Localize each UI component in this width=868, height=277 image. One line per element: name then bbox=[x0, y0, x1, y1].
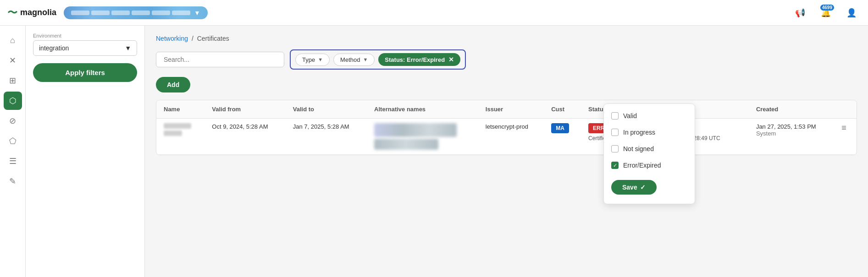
breadcrumb: Networking / Certificates bbox=[156, 35, 857, 42]
icon-sidebar: ⌂ ✕ ⊞ ⬡ ⊘ ⬠ ☰ ✎ bbox=[0, 26, 26, 277]
valid-checkbox[interactable] bbox=[611, 112, 619, 119]
logo-icon: 〜 bbox=[7, 6, 17, 20]
breadcrumb-separator: / bbox=[192, 35, 194, 42]
sidebar-item-home[interactable]: ⌂ bbox=[4, 31, 22, 49]
megaphone-icon: 📢 bbox=[795, 8, 805, 18]
valid-from-cell: Oct 9, 2024, 5:28 AM bbox=[205, 119, 285, 155]
dropdown-save-button[interactable]: Save ✓ bbox=[611, 180, 657, 195]
status-filter-close-icon[interactable]: ✕ bbox=[448, 56, 454, 63]
col-alt-names: Alternative names bbox=[367, 100, 478, 119]
env-selector-blocks bbox=[71, 11, 190, 15]
issuer-cell: letsencrypt-prod bbox=[478, 119, 544, 155]
env-selector[interactable]: ▼ bbox=[64, 6, 208, 19]
note-icon: ✎ bbox=[9, 176, 16, 186]
breadcrumb-parent[interactable]: Networking bbox=[156, 35, 188, 42]
env-chevron-icon: ▼ bbox=[194, 9, 200, 16]
env-label: Environment bbox=[33, 33, 137, 38]
in-progress-checkbox[interactable] bbox=[611, 129, 619, 136]
env-select-chevron-icon: ▼ bbox=[125, 44, 131, 52]
col-name: Name bbox=[156, 100, 205, 119]
filter-bar: Type ▼ Method ▼ Status: Error/Expired ✕ bbox=[156, 49, 857, 70]
logo-text: magnolia bbox=[20, 8, 56, 17]
method-chevron-icon: ▼ bbox=[363, 57, 368, 62]
name-blurred bbox=[164, 123, 191, 129]
search-input[interactable] bbox=[156, 52, 284, 67]
apply-filters-button[interactable]: Apply filters bbox=[33, 63, 137, 82]
user-menu-button[interactable]: 👤 bbox=[842, 4, 861, 22]
valid-to-cell: Jan 7, 2025, 5:28 AM bbox=[286, 119, 367, 155]
layout: ⌂ ✕ ⊞ ⬡ ⊘ ⬠ ☰ ✎ Environment integration … bbox=[0, 26, 868, 277]
grid-icon: ⊞ bbox=[9, 76, 16, 86]
col-cust: Cust bbox=[544, 100, 581, 119]
valid-label: Valid bbox=[623, 112, 637, 119]
env-select[interactable]: integration ▼ bbox=[33, 40, 137, 56]
sidebar-item-shield[interactable]: ⬠ bbox=[4, 132, 22, 150]
created-cell: Jan 27, 2025, 1:53 PM System bbox=[749, 119, 834, 155]
dropdown-item-error-expired[interactable]: ✓ Error/Expired bbox=[604, 157, 695, 174]
sidebar-item-grid[interactable]: ⊞ bbox=[4, 71, 22, 90]
add-button[interactable]: Add bbox=[156, 77, 190, 92]
sidebar-item-note[interactable]: ✎ bbox=[4, 172, 22, 190]
chart-icon: ⬡ bbox=[9, 96, 17, 106]
name-blurred2 bbox=[164, 130, 182, 136]
col-issuer: Issuer bbox=[478, 100, 544, 119]
logo: 〜 magnolia bbox=[7, 6, 56, 20]
home-icon: ⌂ bbox=[10, 36, 15, 45]
col-created: Created bbox=[749, 100, 834, 119]
status-dropdown: Valid In progress Not signed ✓ Error/Exp… bbox=[603, 103, 695, 204]
error-expired-label: Error/Expired bbox=[623, 162, 661, 169]
filter-group: Type ▼ Method ▼ Status: Error/Expired ✕ bbox=[290, 49, 466, 70]
alt-names-blurred1 bbox=[374, 123, 457, 137]
status-filter-label: Status: Error/Expired bbox=[385, 56, 445, 63]
status-filter[interactable]: Status: Error/Expired ✕ bbox=[378, 53, 460, 66]
shield-icon: ⬠ bbox=[9, 136, 17, 146]
sidebar-item-doc[interactable]: ☰ bbox=[4, 152, 22, 170]
alt-names-blurred2 bbox=[374, 139, 438, 150]
announcements-button[interactable]: 📢 bbox=[791, 4, 809, 22]
col-actions bbox=[834, 100, 857, 119]
user-icon: 👤 bbox=[846, 8, 857, 18]
error-expired-checkbox[interactable]: ✓ bbox=[611, 162, 619, 169]
col-valid-to: Valid to bbox=[286, 100, 367, 119]
custom-badge: MA bbox=[551, 123, 569, 133]
dropdown-item-not-signed[interactable]: Not signed bbox=[604, 141, 695, 157]
not-signed-checkbox[interactable] bbox=[611, 145, 619, 152]
method-filter[interactable]: Method ▼ bbox=[333, 54, 375, 66]
notifications-button[interactable]: 🔔 4699 bbox=[817, 4, 835, 22]
dropdown-item-valid[interactable]: Valid bbox=[604, 108, 695, 124]
type-filter-label: Type bbox=[302, 56, 315, 63]
dropdown-item-in-progress[interactable]: In progress bbox=[604, 124, 695, 141]
sidebar-item-close[interactable]: ✕ bbox=[4, 51, 22, 70]
in-progress-label: In progress bbox=[623, 129, 655, 136]
env-value: integration bbox=[39, 44, 69, 52]
notification-count: 4699 bbox=[820, 5, 834, 11]
col-valid-from: Valid from bbox=[205, 100, 285, 119]
breadcrumb-current: Certificates bbox=[197, 35, 229, 42]
not-signed-label: Not signed bbox=[623, 145, 654, 152]
type-chevron-icon: ▼ bbox=[318, 57, 323, 62]
method-filter-label: Method bbox=[340, 56, 360, 63]
block-icon: ⊘ bbox=[9, 116, 16, 126]
main-content: Networking / Certificates Type ▼ Method … bbox=[145, 26, 868, 277]
x-icon: ✕ bbox=[9, 55, 16, 65]
table-row: Oct 9, 2024, 5:28 AM Jan 7, 2025, 5:28 A… bbox=[156, 119, 857, 155]
sidebar-item-chart[interactable]: ⬡ bbox=[4, 92, 22, 110]
row-menu-button[interactable]: ≡ bbox=[841, 123, 846, 132]
sidebar-item-block[interactable]: ⊘ bbox=[4, 112, 22, 130]
save-check-icon: ✓ bbox=[640, 184, 646, 191]
left-panel: Environment integration ▼ Apply filters bbox=[26, 26, 145, 277]
certificates-table: Name Valid from Valid to Alternative nam… bbox=[156, 100, 857, 155]
type-filter[interactable]: Type ▼ bbox=[295, 54, 330, 66]
doc-icon: ☰ bbox=[9, 156, 17, 166]
save-label: Save bbox=[622, 184, 637, 191]
top-nav: 〜 magnolia ▼ 📢 🔔 4699 👤 bbox=[0, 0, 868, 26]
